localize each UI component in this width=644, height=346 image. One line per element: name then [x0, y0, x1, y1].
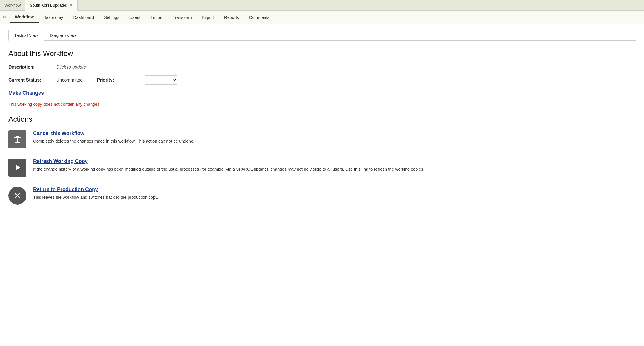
- nav-item-workflow[interactable]: Workflow: [10, 11, 39, 23]
- svg-rect-5: [15, 142, 20, 143]
- description-label: Description:: [8, 65, 53, 70]
- nav-item-import[interactable]: Import: [145, 12, 168, 23]
- status-value: Uncommitted: [56, 78, 83, 83]
- play-icon: [8, 159, 26, 177]
- nav-item-dashboard[interactable]: Dashboard: [68, 12, 99, 23]
- trash-icon: [8, 130, 26, 148]
- browser-tab-south-korea[interactable]: South Korea updates ✕: [25, 0, 78, 11]
- return-to-production-link[interactable]: Return to Production Copy: [33, 187, 98, 193]
- edit-icon[interactable]: ✏: [3, 14, 7, 20]
- priority-select[interactable]: Low Medium High: [145, 75, 177, 85]
- view-tabs: Textual View Diagram View: [8, 30, 636, 41]
- nav-bar: ✏ Workflow Taxonomy Dashboard Settings U…: [0, 11, 644, 24]
- status-priority-row: Current Status: Uncommitted Priority: Lo…: [8, 75, 636, 85]
- svg-rect-0: [14, 137, 21, 138]
- svg-marker-6: [16, 165, 20, 170]
- action-cancel-workflow: Cancel this Workflow Completely deletes …: [8, 130, 636, 148]
- nav-item-export[interactable]: Export: [197, 12, 219, 23]
- description-row: Description: Click to update: [8, 65, 636, 70]
- svg-rect-3: [17, 138, 18, 143]
- browser-tab-bar: Workflow South Korea updates ✕: [0, 0, 644, 11]
- action-refresh-working-copy: Refresh Working Copy If the change histo…: [8, 159, 636, 177]
- tab-textual-view[interactable]: Textual View: [8, 30, 44, 41]
- description-value[interactable]: Click to update: [56, 65, 86, 70]
- tab-diagram-view[interactable]: Diagram View: [44, 30, 82, 41]
- browser-tab-workflow-label: Workflow: [4, 3, 21, 8]
- return-to-production-content: Return to Production Copy This leaves th…: [33, 187, 636, 201]
- cancel-workflow-description: Completely deletes the changes made in t…: [33, 138, 636, 144]
- cancel-workflow-link[interactable]: Cancel this Workflow: [33, 130, 84, 136]
- make-changes-link[interactable]: Make Changes: [8, 90, 44, 96]
- svg-rect-1: [16, 136, 19, 137]
- nav-item-transform[interactable]: Transform: [168, 12, 197, 23]
- priority-label: Priority:: [97, 78, 142, 83]
- nav-item-settings[interactable]: Settings: [99, 12, 124, 23]
- close-circle-icon: [8, 187, 26, 205]
- refresh-working-copy-content: Refresh Working Copy If the change histo…: [33, 159, 636, 173]
- warning-text: This working copy does not contain any c…: [8, 102, 636, 107]
- nav-item-users[interactable]: Users: [124, 12, 145, 23]
- browser-tab-south-korea-label: South Korea updates: [30, 3, 67, 8]
- action-return-to-production: Return to Production Copy This leaves th…: [8, 187, 636, 205]
- nav-items: Workflow Taxonomy Dashboard Settings Use…: [10, 11, 274, 23]
- nav-item-taxonomy[interactable]: Taxonomy: [39, 12, 68, 23]
- refresh-working-copy-description: If the change history of a working copy …: [33, 166, 636, 173]
- actions-section-title: Actions: [8, 115, 636, 124]
- cancel-workflow-content: Cancel this Workflow Completely deletes …: [33, 130, 636, 144]
- about-section-title: About this Workflow: [8, 49, 636, 58]
- svg-rect-2: [15, 138, 15, 143]
- close-tab-icon[interactable]: ✕: [69, 3, 73, 8]
- main-content: Textual View Diagram View About this Wor…: [0, 24, 644, 346]
- return-to-production-description: This leaves the workflow and switches ba…: [33, 194, 636, 201]
- nav-item-reports[interactable]: Reports: [219, 12, 244, 23]
- browser-tab-workflow[interactable]: Workflow: [0, 0, 25, 11]
- status-label: Current Status:: [8, 78, 53, 83]
- refresh-working-copy-link[interactable]: Refresh Working Copy: [33, 159, 88, 164]
- svg-rect-4: [20, 138, 20, 143]
- nav-item-comments[interactable]: Comments: [244, 12, 275, 23]
